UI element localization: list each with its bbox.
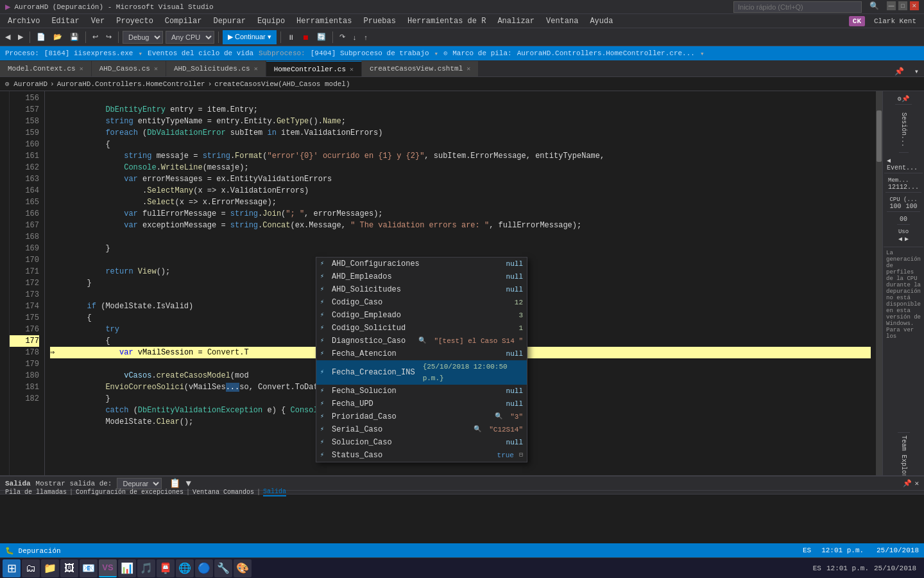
tabs-dropdown-btn[interactable]: ▾	[909, 67, 924, 76]
menu-editar[interactable]: Editar	[46, 15, 84, 27]
close-button[interactable]: ✕	[910, 1, 919, 10]
toolbar-open[interactable]: 📂	[51, 30, 65, 44]
tab-pin-btn[interactable]: 📌	[889, 67, 909, 76]
taskbar-browser[interactable]: 🌐	[176, 559, 194, 577]
menu-archivo[interactable]: Archivo	[3, 15, 45, 27]
step-into[interactable]: ↓	[350, 30, 359, 44]
toolbar-forward[interactable]: ▶	[15, 30, 26, 44]
debug-config-select[interactable]: Debug	[123, 31, 163, 44]
magnifier-icon-11[interactable]: 🔍	[495, 411, 502, 423]
marco-dropdown[interactable]: ▾	[700, 49, 705, 58]
menu-pruebas[interactable]: Pruebas	[359, 15, 401, 27]
ac-item-ahd-empleados[interactable]: ⚡ AHD_Empleados null	[316, 270, 527, 283]
cpu-select[interactable]: Any CPU	[166, 31, 214, 44]
taskbar-excel[interactable]: 📊	[118, 559, 136, 577]
ac-item-serial-caso[interactable]: ⚡ Serial_Caso 🔍 "C12S14"	[316, 423, 527, 436]
stop-btn[interactable]: ⏹	[300, 30, 312, 44]
filter-icon[interactable]: ⊙	[443, 49, 447, 57]
ac-item-fecha-creacion[interactable]: ⚡ Fecha_Creacion_INS {25/10/2018 12:00:5…	[316, 360, 527, 385]
menu-ver[interactable]: Ver	[86, 15, 110, 27]
step-over[interactable]: ↷	[337, 30, 348, 44]
toolbar-new[interactable]: 📄	[34, 30, 48, 44]
toolbar-back[interactable]: ◀	[3, 30, 13, 44]
minimize-button[interactable]: —	[887, 1, 896, 10]
ac-item-status-caso[interactable]: ⚡ Status_Caso true ⊟	[316, 449, 527, 462]
menu-analizar[interactable]: Analizar	[492, 15, 540, 27]
ac-item-codigo-empleado[interactable]: ⚡ Codigo_Empleado 3	[316, 309, 527, 322]
scrollbar-thumb[interactable]	[877, 110, 882, 162]
menu-equipo[interactable]: Equipo	[252, 15, 290, 27]
maximize-button[interactable]: □	[898, 1, 907, 10]
ac-item-fecha-solucion[interactable]: ⚡ Fecha_Solucion null	[316, 385, 527, 398]
uso-arrow-right[interactable]: ▶	[905, 235, 909, 243]
ac-item-codigo-solicitud[interactable]: ⚡ Codigo_Solicitud 1	[316, 322, 527, 335]
taskbar-tool1[interactable]: 🔧	[214, 559, 232, 577]
tab-model-context[interactable]: Model.Context.cs ✕	[0, 61, 92, 76]
menu-depurar[interactable]: Depurar	[208, 15, 250, 27]
ac-item-fecha-atencion[interactable]: ⚡ Fecha_Atencion null	[316, 347, 527, 360]
ac-item-fecha-upd[interactable]: ⚡ Fecha_UPD null	[316, 398, 527, 410]
taskbar-art[interactable]: 🎨	[234, 559, 252, 577]
magnifier-icon-12[interactable]: 🔍	[474, 424, 481, 435]
tab-create-casos-view[interactable]: createCasosView.cshtml ✕	[362, 61, 479, 76]
ac-item-prioridad-caso[interactable]: ⚡ Prioridad_Caso 🔍 "3"	[316, 410, 527, 423]
ac-item-codigo-caso[interactable]: ⚡ Codigo_Caso 12	[316, 296, 527, 309]
taskbar-outlook[interactable]: 📮	[157, 559, 175, 577]
menu-proyecto[interactable]: Proyecto	[111, 15, 158, 27]
pause-btn[interactable]: ⏸	[285, 30, 297, 44]
tab-close-model-context[interactable]: ✕	[80, 65, 83, 73]
panel-cpu-section: CPU (... 100 100	[887, 195, 920, 212]
menu-ventana[interactable]: Ventana	[541, 15, 583, 27]
subproceso-dropdown[interactable]: ▾	[434, 49, 439, 58]
continue-button[interactable]: ▶ Continuar ▾	[223, 30, 277, 44]
tab-close-ahd-solicitudes[interactable]: ✕	[254, 65, 258, 73]
menu-compilar[interactable]: Compilar	[160, 15, 207, 27]
taskbar-vs[interactable]: VS	[99, 559, 117, 577]
ventana-cmd-label[interactable]: Ventana Comandos	[193, 489, 254, 496]
tab-close-create-casos-view[interactable]: ✕	[466, 65, 470, 73]
toolbar-undo[interactable]: ↩	[90, 30, 101, 44]
salida-icon-2[interactable]: ▼	[185, 478, 191, 489]
tab-ahd-solicitudes[interactable]: AHD_Solicitudes.cs ✕	[166, 61, 266, 76]
pila-label[interactable]: Pila de llamadas	[5, 489, 67, 496]
taskbar-photos[interactable]: 🖼	[60, 559, 78, 577]
menu-ayuda[interactable]: Ayuda	[585, 15, 618, 27]
ac-item-ahd-solicitudes[interactable]: ⚡ AHD_Solicitudes null	[316, 283, 527, 296]
menu-herramientas-r[interactable]: Herramientas de R	[402, 15, 491, 27]
start-button[interactable]: ⊞	[3, 559, 21, 577]
toolbar-redo[interactable]: ↪	[103, 30, 114, 44]
tab-ahd-casos[interactable]: AHD_Casos.cs ✕	[92, 61, 166, 76]
ac-item-solucion-caso[interactable]: ⚡ Solucion_Caso null	[316, 436, 527, 449]
menu-herramientas[interactable]: Herramientas	[291, 15, 357, 27]
autocomplete-dropdown[interactable]: ⚡ AHD_Configuraciones null ⚡ AHD_Emplead…	[316, 257, 527, 462]
tab-close-home-controller[interactable]: ✕	[350, 66, 354, 73]
window-controls[interactable]: 🔍 — □ ✕	[733, 1, 919, 13]
tab-close-ahd-casos[interactable]: ✕	[154, 65, 158, 73]
config-exc-label[interactable]: Configuración de excepciones	[76, 489, 184, 496]
taskbar-chrome[interactable]: 🔵	[195, 559, 213, 577]
ac-item-diagnostico-caso[interactable]: ⚡ Diagnostico_Caso 🔍 "[test] el Caso S14…	[316, 335, 527, 347]
user-avatar[interactable]: CK	[849, 16, 865, 26]
eventos-dropdown[interactable]: ▾	[138, 49, 142, 58]
salida-source-select[interactable]: Depurar	[117, 478, 162, 489]
salida-tab-label[interactable]: Salida	[263, 488, 286, 496]
toolbar-save[interactable]: 💾	[67, 30, 81, 44]
uso-arrow-left[interactable]: ◀	[898, 235, 902, 243]
magnifier-icon-6[interactable]: 🔍	[418, 335, 426, 347]
salida-icon-1[interactable]: 📋	[169, 478, 180, 489]
taskbar-mail[interactable]: 📧	[80, 559, 98, 577]
vertical-scrollbar[interactable]	[876, 91, 882, 491]
search-icon[interactable]: 🔍	[869, 1, 879, 13]
tab-home-controller[interactable]: HomeController.cs ✕	[266, 61, 362, 76]
taskbar-explorer[interactable]: 🗂	[22, 559, 40, 577]
salida-close[interactable]: ✕	[914, 479, 919, 487]
salida-pin[interactable]: 📌	[903, 479, 912, 487]
panel-pin-icon[interactable]: 📌	[902, 95, 909, 103]
taskbar-music[interactable]: 🎵	[137, 559, 155, 577]
taskbar-files[interactable]: 📁	[41, 559, 59, 577]
step-out[interactable]: ↑	[361, 30, 370, 44]
ac-item-ahd-configuraciones[interactable]: ⚡ AHD_Configuraciones null	[316, 258, 527, 270]
restart-btn[interactable]: 🔄	[314, 30, 329, 44]
ac-name-9: Fecha_Solucion	[332, 385, 499, 397]
quick-launch-input[interactable]	[733, 1, 862, 13]
